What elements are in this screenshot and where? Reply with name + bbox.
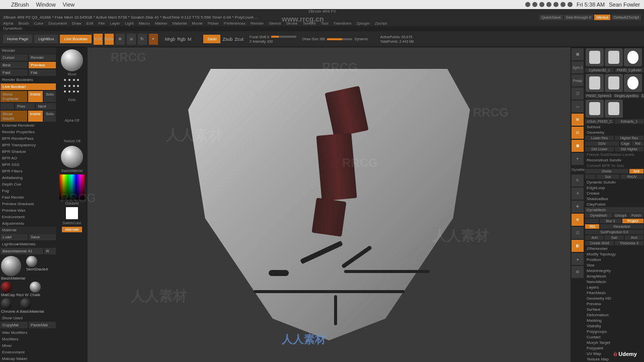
geometry-header[interactable]: Geometry bbox=[585, 130, 644, 135]
menu-draw[interactable]: Draw bbox=[72, 21, 82, 26]
floor-icon[interactable]: ▭ bbox=[572, 101, 584, 113]
pastemat-button[interactable]: PasteMat bbox=[28, 321, 56, 329]
draw-icon[interactable]: Draw bbox=[105, 34, 114, 45]
lowerres-button[interactable]: Lower Res bbox=[585, 135, 614, 141]
item-contact[interactable]: Contact bbox=[585, 334, 644, 340]
liveboolean-toggle[interactable]: Live Boolean bbox=[0, 83, 56, 90]
local-icon[interactable]: ⊞ bbox=[572, 114, 584, 126]
rotate-icon[interactable]: ↻ bbox=[138, 34, 147, 45]
item-layers[interactable]: Layers bbox=[585, 285, 644, 290]
showused-button[interactable]: Show Used bbox=[0, 315, 56, 321]
freeze-button[interactable]: Freeze SubDivision Levels bbox=[585, 152, 644, 157]
menu-zscript[interactable]: Zscript bbox=[375, 21, 387, 26]
item-claypolish[interactable]: ClayPolish bbox=[585, 202, 644, 207]
material-header[interactable]: Material bbox=[0, 227, 56, 233]
showissues-button[interactable]: Show Issues bbox=[0, 110, 28, 122]
add-button[interactable]: Add bbox=[585, 235, 604, 240]
createshell-button[interactable]: Create Shell bbox=[585, 240, 614, 246]
brush-preview[interactable] bbox=[61, 49, 83, 71]
prev-button[interactable]: Prev bbox=[15, 103, 36, 110]
item-mixer[interactable]: Mixer bbox=[0, 342, 56, 349]
menu-transform[interactable]: Transform bbox=[333, 21, 351, 26]
m-button[interactable]: M bbox=[188, 37, 192, 42]
quicksave-button[interactable]: QuickSave bbox=[539, 15, 563, 20]
item-bprsss[interactable]: BPR SSS bbox=[0, 161, 56, 168]
project-button[interactable]: Project bbox=[622, 218, 644, 224]
homepage-button[interactable]: Home Page bbox=[3, 35, 32, 43]
item-antialiasing[interactable]: Antialiasing bbox=[0, 174, 56, 181]
item-matcapmaker[interactable]: Matcap Maker bbox=[0, 355, 56, 362]
color-picker[interactable] bbox=[59, 174, 85, 200]
copymat-button[interactable]: CopyMat bbox=[0, 321, 28, 329]
menu-movie[interactable]: Movie bbox=[192, 21, 202, 26]
item-visibility[interactable]: Visibility bbox=[585, 323, 644, 329]
rgb-button[interactable]: Rgb bbox=[177, 37, 186, 42]
item-nanomesh[interactable]: NanoMesh bbox=[585, 279, 644, 285]
dynamesh-header[interactable]: DynaMesh bbox=[585, 207, 644, 213]
color-swatch[interactable] bbox=[66, 207, 78, 219]
item-deformation[interactable]: Deformation bbox=[585, 312, 644, 318]
menu-stencil[interactable]: Stencil bbox=[269, 21, 281, 26]
subtool-header[interactable]: Subtool bbox=[585, 124, 644, 130]
sund-icon[interactable]: ☀ bbox=[572, 188, 584, 200]
pmap-icon[interactable]: Pmap bbox=[572, 74, 584, 86]
basicmaterial-label[interactable]: BasicMaterial 41 bbox=[0, 247, 44, 255]
delhigher-button[interactable]: Del Higher bbox=[614, 146, 644, 152]
focal-label[interactable]: Focal Shift 8 bbox=[250, 35, 269, 39]
item-previewwax[interactable]: Preview Wax bbox=[0, 207, 56, 214]
move-icon[interactable]: ⊕ bbox=[116, 34, 125, 45]
mat-matcapred[interactable] bbox=[1, 282, 12, 293]
menu-texture[interactable]: Texture bbox=[302, 21, 315, 26]
dynamesh-button[interactable]: DynaMesh bbox=[585, 213, 613, 218]
item-previewshadows[interactable]: Preview Shadows bbox=[0, 201, 56, 207]
menu-color[interactable]: Color bbox=[34, 21, 43, 26]
menu-picker[interactable]: Picker bbox=[208, 21, 219, 26]
item-bprshadow[interactable]: BPR Shadow bbox=[0, 148, 56, 155]
menu-edit[interactable]: Edit bbox=[87, 21, 94, 26]
mrgb-button[interactable]: Mrgb bbox=[165, 37, 176, 42]
inside2-button[interactable]: Inside bbox=[28, 110, 43, 122]
sdiv-slider[interactable]: SDiv bbox=[585, 141, 619, 146]
3d-icon[interactable]: ● bbox=[572, 253, 584, 265]
smt-button[interactable]: Smt bbox=[629, 168, 644, 174]
menu-file[interactable]: File bbox=[98, 21, 105, 26]
item-preview[interactable]: Preview bbox=[585, 301, 644, 307]
menu-preferences[interactable]: Preferences bbox=[224, 21, 246, 26]
aahalf-icon[interactable]: ◧ bbox=[572, 240, 584, 252]
save-button[interactable]: Save bbox=[28, 233, 56, 241]
item-env[interactable]: Environment bbox=[0, 349, 56, 355]
rotate-view-icon[interactable]: ↻ bbox=[572, 174, 584, 187]
r-button[interactable]: R bbox=[44, 247, 56, 255]
and-button[interactable]: And bbox=[624, 235, 644, 240]
tool-thumb-3[interactable] bbox=[624, 48, 642, 66]
tool-thumb-8[interactable] bbox=[605, 100, 623, 118]
menu-view[interactable]: View bbox=[63, 2, 75, 8]
focal-slider[interactable] bbox=[271, 36, 296, 38]
item-fastrender[interactable]: Fast Render bbox=[0, 194, 56, 201]
item-arraymesh[interactable]: ArrayMesh bbox=[585, 274, 644, 279]
subprojection-slider[interactable]: SubProjection 0.6 bbox=[585, 229, 644, 235]
liveboolean-button[interactable]: Live Boolean bbox=[60, 35, 91, 43]
item-bprtransparency[interactable]: BPR Transparency bbox=[0, 142, 56, 148]
user-name[interactable]: Sean Fowler bbox=[609, 2, 640, 8]
load-button[interactable]: Load bbox=[0, 233, 28, 241]
alternate-button[interactable]: Alternate bbox=[62, 227, 82, 232]
zoom-icon[interactable]: ⊕ bbox=[572, 214, 584, 226]
fast-button[interactable]: Fast bbox=[0, 69, 28, 76]
drawsize-label[interactable]: Draw Size 386 bbox=[302, 37, 326, 41]
solo2-button[interactable]: Solo bbox=[43, 110, 56, 122]
zadd-button[interactable]: Zadd bbox=[203, 35, 220, 43]
tool-thumb-6[interactable] bbox=[624, 74, 642, 92]
convertbpr-button[interactable]: Convert BPR To Geo bbox=[585, 163, 644, 168]
item-meshintegrity[interactable]: MeshIntegrity bbox=[585, 268, 644, 274]
viewport[interactable] bbox=[88, 47, 571, 362]
resolution-slider[interactable]: Resolution bbox=[600, 224, 644, 229]
item-shadowbox[interactable]: ShadowBox bbox=[585, 196, 644, 202]
item-adjustments[interactable]: Adjustments bbox=[0, 220, 56, 227]
item-dynsubdiv[interactable]: Dynamic Subdiv bbox=[585, 179, 644, 185]
sub-button[interactable]: Sub bbox=[604, 235, 624, 240]
item-polypaint[interactable]: Polypaint bbox=[585, 345, 644, 351]
mat-basic2[interactable] bbox=[20, 298, 31, 309]
lrcn-icon[interactable]: ⊡ bbox=[572, 127, 584, 139]
menu-layer[interactable]: Layer bbox=[110, 21, 120, 26]
